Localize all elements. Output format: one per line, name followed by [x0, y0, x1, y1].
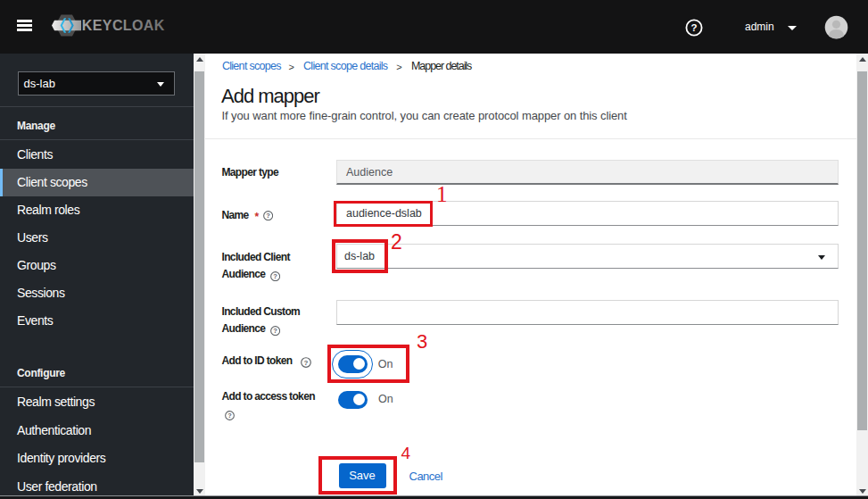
svg-text:?: ?: [273, 272, 277, 280]
svg-text:?: ?: [267, 212, 271, 220]
svg-text:KEYCLOAK: KEYCLOAK: [82, 18, 165, 33]
svg-text:?: ?: [690, 22, 697, 33]
svg-text:?: ?: [227, 412, 232, 420]
svg-text:?: ?: [304, 359, 309, 367]
svg-text:?: ?: [273, 327, 277, 335]
